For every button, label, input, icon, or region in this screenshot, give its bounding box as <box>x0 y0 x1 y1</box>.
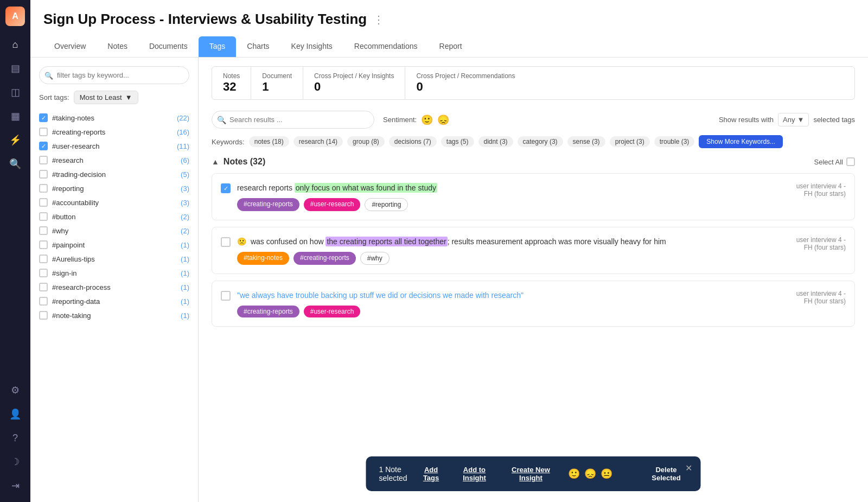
tag-name-trading-decision: #trading-decision <box>52 170 176 179</box>
tag-checkbox-reporting[interactable] <box>39 184 48 193</box>
tag-checkbox-research-process[interactable] <box>39 283 48 291</box>
sidebar-icon-settings[interactable]: ⚙ <box>5 380 25 400</box>
add-tags-button[interactable]: Add Tags <box>418 466 444 482</box>
sidebar-icon-search[interactable]: 🔍 <box>5 154 25 174</box>
keyword-chip-decisions[interactable]: decisions (7) <box>389 136 437 147</box>
sidebar-icon-bookmark[interactable]: ◫ <box>5 82 25 102</box>
note-text-2: 🙁 was confused on how the creating repor… <box>237 236 783 247</box>
delete-selected-button[interactable]: Delete Selected <box>645 466 688 482</box>
tag-name-aurelius-tips: #Aurelius-tips <box>52 255 176 263</box>
tag-checkbox-reporting-data[interactable] <box>39 297 48 306</box>
header-menu-icon[interactable]: ⋮ <box>373 13 384 26</box>
keyword-chip-tags[interactable]: tags (5) <box>441 136 474 147</box>
sentiment-positive-icon[interactable]: 🙂 <box>421 114 433 126</box>
search-input[interactable] <box>212 111 374 129</box>
tag-checkbox-button[interactable] <box>39 212 48 221</box>
tab-tags[interactable]: Tags <box>199 36 237 57</box>
tag-checkbox-trading-decision[interactable] <box>39 170 48 179</box>
tab-overview[interactable]: Overview <box>43 36 97 57</box>
tag-checkbox-sign-in[interactable] <box>39 269 48 277</box>
tag-name-reporting-data: #reporting-data <box>52 297 176 306</box>
stat-cross-key-label: Cross Project / Key Insights <box>314 72 394 80</box>
tag-checkbox-creating-reports[interactable] <box>39 128 48 136</box>
keyword-chip-notes[interactable]: notes (18) <box>249 136 289 147</box>
tab-notes[interactable]: Notes <box>97 36 138 57</box>
note-tag-why-2[interactable]: #why <box>360 252 390 265</box>
note-tag-reporting-1[interactable]: #reporting <box>365 198 408 211</box>
note-tag-creating-reports-1[interactable]: #creating-reports <box>237 198 299 211</box>
note-tag-creating-reports-3[interactable]: #creating-reports <box>237 306 299 317</box>
sidebar-icon-profile[interactable]: 👤 <box>5 404 25 424</box>
select-all-checkbox[interactable] <box>846 157 855 166</box>
sentiment-negative-badge-2: 🙁 <box>237 237 246 246</box>
sidebar-icon-grid[interactable]: ▦ <box>5 106 25 126</box>
keyword-chip-group[interactable]: group (8) <box>347 136 385 147</box>
stat-cross-key-insights: Cross Project / Key Insights 0 <box>303 67 405 99</box>
sidebar-icon-help[interactable]: ? <box>5 428 25 448</box>
sidebar-icon-lightning[interactable]: ⚡ <box>5 130 25 150</box>
sort-select[interactable]: Most to Least ▼ <box>74 91 138 104</box>
keyword-chip-category[interactable]: category (3) <box>518 136 563 147</box>
note-tag-user-research-3[interactable]: #user-research <box>304 306 361 317</box>
note-tag-creating-reports-2[interactable]: #creating-reports <box>293 252 356 265</box>
tab-documents[interactable]: Documents <box>138 36 199 57</box>
tab-charts[interactable]: Charts <box>236 36 280 57</box>
tab-recommendations[interactable]: Recommendations <box>343 36 429 57</box>
tag-item-user-research: ✓ #user-research (11) <box>39 139 189 153</box>
tag-name-painpoint: #painpoint <box>52 241 176 249</box>
filter-tags-input[interactable] <box>39 66 189 84</box>
tag-checkbox-aurelius-tips[interactable] <box>39 255 48 263</box>
tag-item-button: #button (2) <box>39 209 189 224</box>
stat-cross-rec-label: Cross Project / Recommendations <box>416 72 515 80</box>
tag-item-aurelius-tips: #Aurelius-tips (1) <box>39 252 189 266</box>
keyword-chip-research[interactable]: research (14) <box>293 136 343 147</box>
keyword-chip-didnt[interactable]: didnt (3) <box>478 136 513 147</box>
keyword-chip-project[interactable]: project (3) <box>610 136 650 147</box>
note-highlight-2: the creating reports all tied together <box>326 237 447 246</box>
any-select[interactable]: Any ▼ <box>778 113 809 126</box>
nav-tabs: Overview Notes Documents Tags Charts Key… <box>43 36 855 57</box>
note-content-1: research reports only focus on what was … <box>237 182 783 211</box>
add-to-insight-button[interactable]: Add to Insight <box>455 466 494 482</box>
sidebar-icon-layers[interactable]: ▤ <box>5 59 25 78</box>
tag-count-accountability: (3) <box>181 199 189 207</box>
note-checkbox-1[interactable]: ✓ <box>221 183 231 193</box>
tag-name-creating-reports: #creating-reports <box>52 128 173 136</box>
note-content-3: "we always have trouble backing up stuff… <box>237 290 783 317</box>
tag-checkbox-painpoint[interactable] <box>39 240 48 249</box>
tag-checkbox-note-taking[interactable] <box>39 311 48 320</box>
tab-report[interactable]: Report <box>429 36 473 57</box>
note-checkbox-3[interactable] <box>221 291 231 301</box>
search-input-wrap: 🔍 <box>212 111 374 129</box>
action-bar-sentiments: 🙂 😞 😐 <box>568 468 612 480</box>
tab-key-insights[interactable]: Key Insights <box>280 36 343 57</box>
tag-checkbox-taking-notes[interactable]: ✓ <box>39 113 48 122</box>
action-bar-label: 1 Note selected <box>379 465 407 482</box>
main-content: Sign Up Process - Interviews & Usability… <box>30 0 868 502</box>
tag-item-research-process: #research-process (1) <box>39 280 189 294</box>
note-text-quote-3: "we always have trouble backing up stuff… <box>237 291 524 300</box>
note-tag-user-research-1[interactable]: #user-research <box>304 198 361 211</box>
tag-item-painpoint: #painpoint (1) <box>39 238 189 252</box>
action-sentiment-neutral-icon[interactable]: 😐 <box>601 468 612 480</box>
keyword-chip-trouble[interactable]: trouble (3) <box>654 136 695 147</box>
action-sentiment-negative-icon[interactable]: 😞 <box>584 468 596 480</box>
action-bar-close-button[interactable]: ✕ <box>685 463 692 473</box>
tag-checkbox-research[interactable] <box>39 156 48 164</box>
action-sentiment-positive-icon[interactable]: 🙂 <box>568 468 580 480</box>
create-new-insight-button[interactable]: Create New Insight <box>505 466 557 482</box>
tag-checkbox-user-research[interactable]: ✓ <box>39 142 48 150</box>
show-more-keywords-button[interactable]: Show More Keywords... <box>699 135 783 148</box>
sidebar-icon-home[interactable]: ⌂ <box>5 35 25 54</box>
keyword-chip-sense[interactable]: sense (3) <box>567 136 605 147</box>
collapse-notes-button[interactable]: ▲ <box>212 157 219 166</box>
sidebar-icon-moon[interactable]: ☽ <box>5 452 25 472</box>
note-checkbox-2[interactable] <box>221 237 231 247</box>
tag-checkbox-accountability[interactable] <box>39 198 48 207</box>
stats-row: Notes 32 Document 1 Cross Project / Key … <box>212 66 855 100</box>
note-tag-taking-notes-2[interactable]: #taking-notes <box>237 252 289 265</box>
sentiment-negative-icon[interactable]: 😞 <box>437 114 449 126</box>
sidebar-icon-logout[interactable]: ⇥ <box>5 476 25 495</box>
search-filter-bar: 🔍 Sentiment: 🙂 😞 Show results with Any ▼ <box>212 111 855 129</box>
tag-checkbox-why[interactable] <box>39 226 48 235</box>
